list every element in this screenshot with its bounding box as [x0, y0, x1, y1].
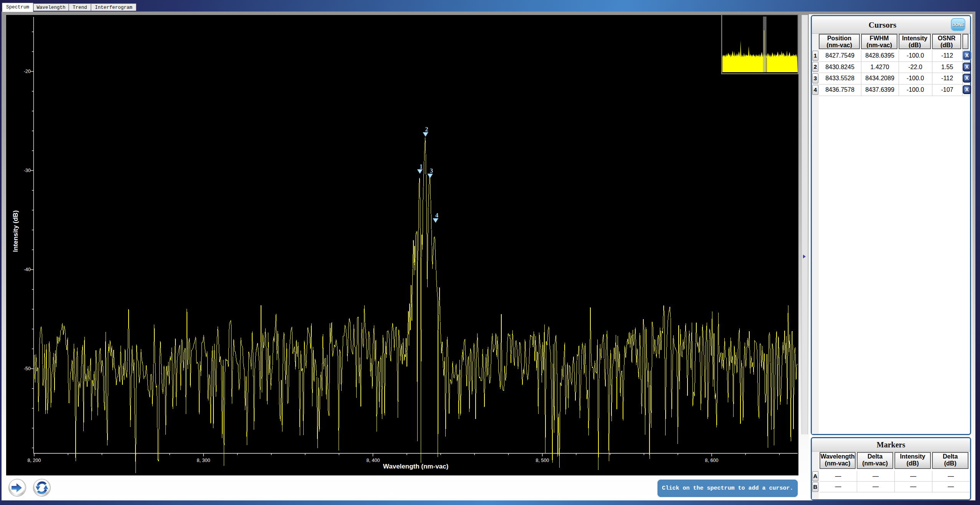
svg-text:8, 400: 8, 400 — [367, 458, 380, 463]
svg-text:-50: -50 — [24, 366, 31, 371]
svg-text:-40: -40 — [24, 267, 31, 272]
svg-text:Intensity (dB): Intensity (dB) — [12, 210, 19, 252]
svg-text:8, 500: 8, 500 — [536, 458, 549, 463]
svg-text:8, 200: 8, 200 — [28, 458, 41, 463]
svg-text:-30: -30 — [24, 168, 31, 173]
svg-text:Wavelength (nm-vac): Wavelength (nm-vac) — [383, 463, 448, 470]
svg-text:3: 3 — [430, 167, 433, 174]
svg-text:8, 600: 8, 600 — [705, 458, 719, 463]
svg-text:4: 4 — [435, 212, 438, 219]
svg-text:8, 300: 8, 300 — [197, 458, 210, 463]
svg-text:2: 2 — [425, 126, 428, 132]
svg-text:1: 1 — [420, 163, 423, 170]
svg-text:-20: -20 — [24, 69, 31, 74]
